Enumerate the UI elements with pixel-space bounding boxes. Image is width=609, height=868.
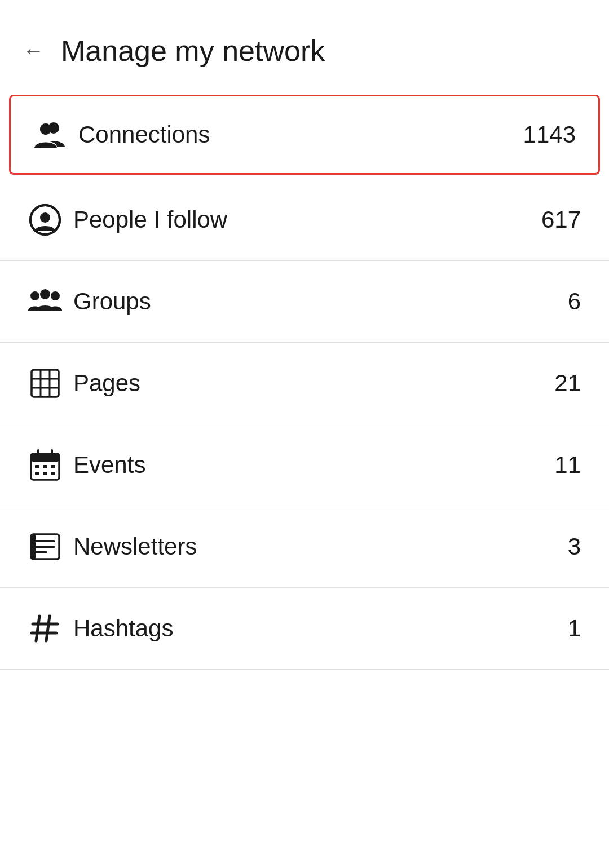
connections-label: Connections: [78, 121, 523, 148]
svg-rect-20: [51, 465, 55, 468]
groups-icon: [28, 285, 73, 318]
svg-rect-28: [31, 534, 36, 559]
svg-point-8: [40, 289, 50, 299]
newsletters-icon: [28, 530, 73, 564]
menu-item-pages[interactable]: Pages 21: [0, 343, 609, 424]
groups-count: 6: [568, 288, 581, 315]
network-menu-list: Connections 1143 People I follow 617: [0, 95, 609, 670]
menu-item-people-follow[interactable]: People I follow 617: [0, 179, 609, 261]
events-count: 11: [554, 451, 581, 479]
connections-icon: [33, 118, 78, 152]
svg-point-4: [40, 212, 50, 223]
follow-icon: [28, 203, 73, 237]
svg-rect-21: [35, 472, 39, 475]
svg-line-29: [36, 616, 39, 641]
events-icon: [28, 448, 73, 482]
menu-item-groups[interactable]: Groups 6: [0, 261, 609, 343]
svg-rect-19: [43, 465, 47, 468]
people-follow-count: 617: [541, 206, 581, 233]
hashtags-count: 1: [568, 615, 581, 642]
pages-count: 21: [554, 370, 581, 397]
menu-item-newsletters[interactable]: Newsletters 3: [0, 506, 609, 588]
svg-point-6: [30, 291, 39, 300]
svg-rect-22: [43, 472, 47, 475]
svg-rect-23: [51, 472, 55, 475]
header: ← Manage my network: [0, 0, 609, 90]
svg-line-30: [46, 616, 50, 641]
connections-count: 1143: [523, 121, 576, 148]
newsletters-count: 3: [568, 533, 581, 560]
svg-rect-9: [32, 370, 59, 397]
hashtags-label: Hashtags: [73, 615, 568, 642]
events-label: Events: [73, 451, 554, 479]
back-button[interactable]: ←: [23, 40, 44, 61]
newsletters-label: Newsletters: [73, 533, 568, 560]
menu-item-hashtags[interactable]: Hashtags 1: [0, 588, 609, 670]
people-follow-label: People I follow: [73, 206, 541, 233]
svg-point-2: [40, 123, 51, 135]
pages-label: Pages: [73, 370, 554, 397]
svg-point-7: [51, 291, 60, 300]
menu-item-connections[interactable]: Connections 1143: [9, 95, 600, 175]
menu-item-events[interactable]: Events 11: [0, 424, 609, 506]
svg-rect-15: [31, 454, 59, 462]
hashtags-icon: [28, 612, 73, 645]
page-title: Manage my network: [61, 34, 325, 68]
groups-label: Groups: [73, 288, 568, 315]
svg-rect-18: [35, 465, 39, 468]
pages-icon: [28, 366, 73, 400]
